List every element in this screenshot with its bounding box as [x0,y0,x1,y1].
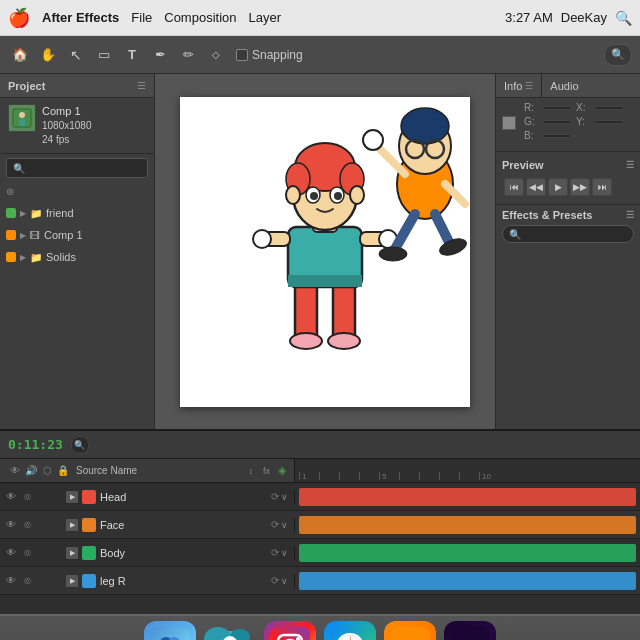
dock-item-finder[interactable] [144,621,196,640]
preview-play[interactable]: ▶ [548,178,568,196]
tl-visibility-icons: 👁 🔊 ⬡ 🔒 [8,464,70,478]
layer-item-solids[interactable]: ▶ 📁 Solids [0,246,154,268]
layer-icon-comp1: 🎞 [30,230,40,241]
tl-audio-header[interactable]: 🔊 [24,464,38,478]
info-tab-label: Info [504,80,522,92]
effects-search[interactable]: 🔍 [502,225,634,243]
tl-color-body [82,546,96,560]
menu-search-icon[interactable]: 🔍 [615,10,632,26]
ruler-mark-8 [439,472,459,480]
tl-solo-face[interactable]: ◎ [24,520,34,529]
tl-arrow-body[interactable]: ∨ [281,548,288,558]
composition-menu[interactable]: Composition [164,10,236,25]
right-panel: Info ☰ Audio R: X: G: [495,74,640,429]
tl-color-head [82,490,96,504]
timeline-search[interactable]: 🔍 [71,436,89,454]
preview-rewind[interactable]: ◀◀ [526,178,546,196]
tool-text[interactable]: T [120,43,144,67]
layer-icon-friend: 📁 [30,208,42,219]
preview-skip-start[interactable]: ⏮ [504,178,524,196]
layer-chevron-comp1: ▶ [20,231,26,240]
tl-loop-body[interactable]: ⟳ [271,547,279,558]
layer-item-friend[interactable]: ▶ 📁 friend [0,202,154,224]
animated-character [295,84,495,244]
tl-chevron-legr[interactable]: ▶ [66,575,78,587]
tl-row-left-head: 👁 ◎ ▶ Head ⟳ ∨ [0,490,295,504]
svg-point-21 [253,230,271,248]
layer-menu[interactable]: Layer [249,10,282,25]
tl-name-head: Head [100,491,267,503]
tl-chevron-face[interactable]: ▶ [66,519,78,531]
g-value [542,120,572,124]
tl-solo-body[interactable]: ◎ [24,548,34,557]
file-menu[interactable]: File [131,10,152,25]
tl-bar-area-legr [295,567,640,594]
project-title: Project [8,80,45,92]
tl-loop-face[interactable]: ⟳ [271,519,279,530]
dock-item-safari[interactable] [324,621,376,640]
layer-color-friend [6,208,16,218]
tl-chevron-body[interactable]: ▶ [66,547,78,559]
info-tab[interactable]: Info ☰ [496,74,542,97]
tl-chevron-head[interactable]: ▶ [66,491,78,503]
tl-row-left-body: 👁 ◎ ▶ Body ⟳ ∨ [0,546,295,560]
tool-rect[interactable]: ▭ [92,43,116,67]
g-label: G: [524,116,538,127]
tl-stretch-icon[interactable]: ◈ [278,464,286,477]
tl-icons-head: ⟳ ∨ [271,491,288,502]
tool-pen[interactable]: ✒ [148,43,172,67]
preview-forward[interactable]: ▶▶ [570,178,590,196]
tool-pointer[interactable]: ↖ [64,43,88,67]
tl-sort-icon[interactable]: ↕ [248,466,253,476]
layer-color-solids [6,252,16,262]
layer-chevron-friend: ▶ [20,209,26,218]
tl-solo-header[interactable]: ⬡ [40,464,54,478]
tl-loop-head[interactable]: ⟳ [271,491,279,502]
svg-line-33 [395,214,415,249]
tl-eye-legr[interactable]: 👁 [6,575,20,586]
audio-tab[interactable]: Audio [542,74,586,97]
project-search[interactable]: 🔍 [6,158,148,178]
effects-search-input[interactable] [524,229,627,240]
snapping-checkbox[interactable] [236,49,248,61]
menu-time-user: 3:27 AM DeeKay 🔍 [505,10,632,26]
tl-eye-body[interactable]: 👁 [6,547,20,558]
tl-eye-head[interactable]: 👁 [6,491,20,502]
apple-menu-icon[interactable]: 🍎 [8,7,30,29]
tool-paint[interactable]: ✏ [176,43,200,67]
dock-item-illustrator[interactable]: Ai [384,621,436,640]
tl-solo-head[interactable]: ◎ [24,492,34,501]
tool-shape[interactable]: ◇ [204,43,228,67]
ruler-mark-3 [339,472,359,480]
dock-item-after-effects[interactable]: Ae [444,621,496,640]
tool-home[interactable]: 🏠 [8,43,32,67]
effects-menu-icon[interactable]: ☰ [626,210,634,220]
ruler-mark-10: 10 [479,472,499,480]
tl-arrow-face[interactable]: ∨ [281,520,288,530]
tl-lock-header[interactable]: 🔒 [56,464,70,478]
tl-arrow-head[interactable]: ∨ [281,492,288,502]
main-area: Project ☰ Comp 1 1080x1080 24 fps 🔍 ⊛ [0,74,640,429]
dock-item-messages[interactable] [204,621,256,640]
preview-skip-end[interactable]: ⏭ [592,178,612,196]
layer-item-comp1[interactable]: ▶ 🎞 Comp 1 [0,224,154,246]
project-menu-icon[interactable]: ☰ [137,80,146,91]
tl-eye-face[interactable]: 👁 [6,519,20,530]
comp-item[interactable]: Comp 1 1080x1080 24 fps [0,98,154,154]
preview-menu-icon[interactable]: ☰ [626,160,634,170]
toolbar-search[interactable]: 🔍 [604,44,632,66]
preview-title: Preview [502,159,544,171]
tl-solo-legr[interactable]: ◎ [24,576,34,585]
animated-char-svg [295,84,495,284]
dock-item-instagram[interactable] [264,621,316,640]
project-search-input[interactable] [29,163,141,174]
tool-hand[interactable]: ✋ [36,43,60,67]
tl-arrow-legr[interactable]: ∨ [281,576,288,586]
color-swatch[interactable] [502,116,516,130]
audio-tab-label: Audio [550,80,578,92]
snapping-toggle[interactable]: Snapping [236,48,303,62]
funnel-icon[interactable]: ⊛ [6,186,14,197]
ruler-marks: 1 5 10 [295,459,640,482]
tl-loop-legr[interactable]: ⟳ [271,575,279,586]
tl-eye-header[interactable]: 👁 [8,464,22,478]
